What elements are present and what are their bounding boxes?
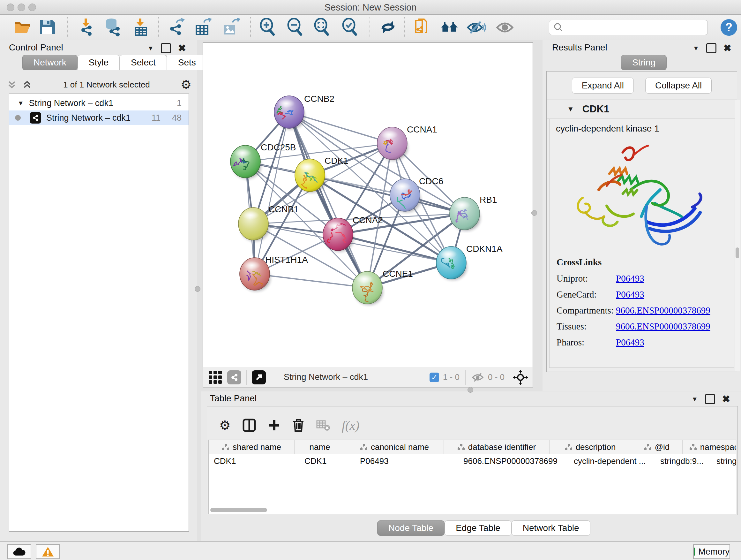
refresh-icon[interactable]	[379, 17, 398, 37]
open-session-icon[interactable]	[13, 17, 32, 37]
results-vertical-scrollbar[interactable]	[735, 100, 740, 371]
panel-menu-icon[interactable]: ▼	[691, 395, 698, 403]
duplicate-network-icon[interactable]	[412, 17, 431, 37]
tab-style[interactable]: Style	[77, 55, 120, 70]
open-in-window-icon[interactable]	[252, 370, 266, 384]
delete-table-icon[interactable]	[316, 419, 330, 432]
hidden-indicator-icon[interactable]	[471, 372, 484, 383]
crosslink-value-link[interactable]: P06493	[616, 337, 644, 348]
create-column-icon[interactable]	[268, 419, 280, 432]
column-header-name[interactable]: name	[294, 440, 345, 454]
network-edge-CCNE1-HIST1H1A[interactable]	[255, 274, 367, 288]
delete-column-icon[interactable]	[292, 418, 305, 432]
network-node-CDKN1A[interactable]	[436, 246, 467, 280]
table-horizontal-scrollbar[interactable]	[210, 508, 267, 512]
network-node-CDC6[interactable]	[390, 179, 421, 212]
network-node-CDK1[interactable]	[295, 159, 326, 192]
selected-indicator-icon[interactable]: ✓	[429, 373, 439, 382]
float-panel-icon[interactable]	[706, 43, 717, 53]
network-selection-status: 1 of 1 Network selected	[32, 80, 181, 90]
network-row-selected[interactable]: String Network – cdk1 11 48	[9, 111, 189, 125]
expand-all-icon[interactable]	[22, 79, 32, 90]
zoom-in-icon[interactable]	[258, 17, 277, 37]
network-canvas[interactable]: CCNB2CCNA1CDC25BCDK1CDC6RB1CCNB1CCNA2CDK…	[203, 43, 533, 367]
tab-select[interactable]: Select	[120, 55, 167, 70]
collapse-all-icon[interactable]	[6, 79, 17, 90]
zoom-fit-icon[interactable]	[312, 17, 331, 37]
search-input[interactable]	[566, 21, 708, 34]
import-network-from-database-icon[interactable]	[103, 17, 122, 37]
section-collapse-icon[interactable]: ▼	[567, 105, 574, 113]
close-panel-icon[interactable]: ✖	[722, 395, 730, 403]
birds-eye-view-icon[interactable]	[208, 370, 223, 385]
cloud-status-button[interactable]	[7, 544, 31, 559]
fit-content-crosshair-icon[interactable]	[513, 370, 528, 385]
table-cell[interactable]: CDK1	[209, 454, 299, 468]
collection-expand-icon[interactable]: ▼	[17, 100, 24, 107]
zoom-selected-icon[interactable]	[340, 17, 359, 37]
table-cell[interactable]: stringdb:9...	[655, 454, 711, 468]
zoom-out-icon[interactable]	[285, 17, 305, 37]
export-network-icon[interactable]	[166, 17, 186, 37]
collapse-all-button[interactable]: Collapse All	[645, 78, 712, 94]
column-header-database-identifier[interactable]: database identifier	[444, 440, 549, 454]
splitter-handle[interactable]	[468, 387, 473, 393]
save-session-icon[interactable]	[38, 17, 57, 37]
table-cell[interactable]: P06493	[355, 454, 458, 468]
help-button[interactable]: ?	[721, 19, 737, 36]
tab-node-table[interactable]: Node Table	[377, 520, 445, 536]
table-cell[interactable]: cyclin-dependent ...	[569, 454, 655, 468]
column-header-description[interactable]: description	[549, 440, 631, 454]
scrollbar-thumb[interactable]	[736, 247, 739, 258]
float-panel-icon[interactable]	[705, 394, 715, 404]
import-network-icon[interactable]	[76, 17, 95, 37]
tab-sets[interactable]: Sets	[167, 55, 207, 70]
table-cell[interactable]: CDK1	[299, 454, 355, 468]
search-field[interactable]	[549, 20, 708, 35]
network-edge-CCNB2-HIST1H1A[interactable]	[255, 112, 289, 274]
hide-selected-icon[interactable]	[467, 17, 486, 37]
crosslink-value-link[interactable]: 9606.ENSP00000378699	[616, 305, 711, 316]
export-image-icon[interactable]	[221, 17, 241, 37]
tab-network[interactable]: Network	[22, 55, 77, 70]
show-all-icon[interactable]	[495, 17, 515, 37]
network-node-RB1[interactable]	[450, 197, 480, 231]
tab-string[interactable]: String	[621, 55, 667, 70]
network-collection-row[interactable]: ▼ String Network – cdk1 1	[9, 96, 189, 111]
tab-edge-table[interactable]: Edge Table	[445, 520, 512, 536]
column-header--id[interactable]: @id	[631, 440, 683, 454]
panel-menu-icon[interactable]: ▼	[693, 45, 699, 52]
crosslink-value-link[interactable]: 9606.ENSP00000378699	[616, 321, 711, 332]
table-options-gear-icon[interactable]: ⚙	[219, 418, 231, 433]
memory-button[interactable]: Memory	[693, 544, 730, 559]
column-header-shared-name[interactable]: shared name	[209, 440, 294, 454]
tab-network-table[interactable]: Network Table	[512, 520, 590, 536]
network-node-CCNE1[interactable]	[352, 271, 383, 306]
close-panel-icon[interactable]: ✖	[724, 44, 731, 52]
close-panel-icon[interactable]: ✖	[178, 44, 186, 52]
panel-menu-icon[interactable]: ▼	[147, 45, 154, 52]
first-neighbors-icon[interactable]	[440, 17, 459, 37]
table-row[interactable]: CDK1CDK1P064939606.ENSP00000378699cyclin…	[209, 454, 736, 468]
splitter-handle[interactable]	[195, 286, 200, 292]
crosslink-value-link[interactable]: P06493	[616, 289, 644, 300]
expand-all-button[interactable]: Expand All	[572, 78, 634, 94]
import-table-icon[interactable]	[131, 17, 151, 37]
splitter-handle[interactable]	[531, 210, 537, 216]
gene-section-header[interactable]: ▼ CDK1	[547, 100, 737, 118]
warnings-button[interactable]	[36, 544, 60, 559]
function-builder-icon[interactable]: f(x)	[342, 418, 360, 433]
network-node-CCNA1[interactable]	[377, 127, 408, 161]
table-cell[interactable]: stringdb	[711, 454, 736, 468]
float-panel-icon[interactable]	[161, 43, 171, 53]
table-cell[interactable]: 9606.ENSP00000378699	[458, 454, 569, 468]
network-type-icon[interactable]	[227, 370, 241, 384]
crosslink-value-link[interactable]: P06493	[616, 273, 644, 284]
export-table-icon[interactable]	[193, 17, 212, 37]
column-header-canonical-name[interactable]: canonical name	[345, 440, 444, 454]
network-node-CCNB1[interactable]	[239, 207, 269, 241]
column-header-namespace[interactable]: namespace	[683, 440, 736, 454]
network-node-CDC25B[interactable]	[230, 145, 261, 179]
show-columns-icon[interactable]	[242, 418, 256, 432]
network-options-gear-icon[interactable]: ⚙	[181, 78, 192, 91]
